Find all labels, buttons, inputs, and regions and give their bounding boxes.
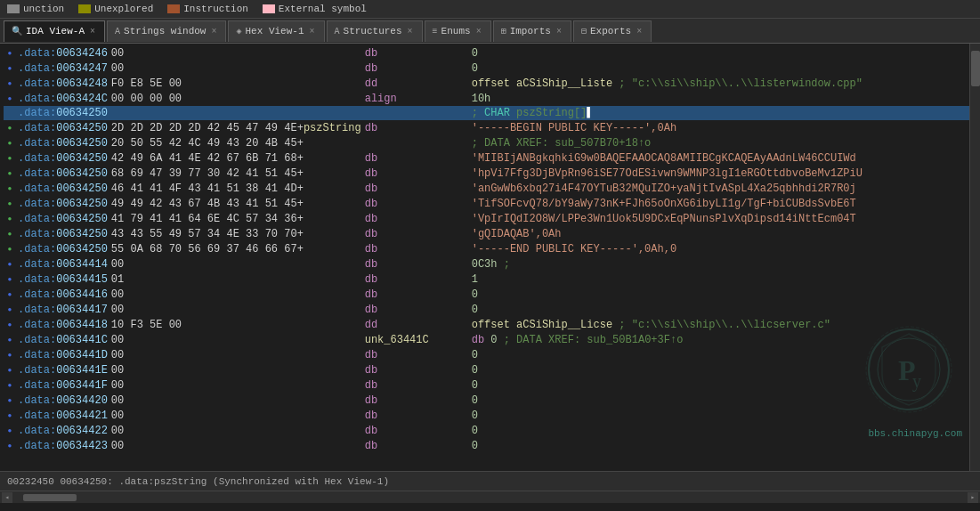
table-row: ● .data:00634418 10 F3 5E 00 dd offset a… [4, 317, 980, 332]
legend-instruction: Instruction [167, 4, 248, 14]
table-row: ● .data:00634250 2D 2D 2D 2D 2D 42 45 47… [4, 120, 980, 135]
table-row: ● .data:0063441D 00 db 0 [4, 347, 980, 362]
tab-strings-window[interactable]: A Strings window × [107, 20, 226, 42]
table-row: ● .data:0063441E 00 db 0 [4, 362, 980, 377]
legend-instruction-color [167, 4, 180, 13]
tab-ida-view-a[interactable]: 🔍 IDA View-A × [4, 20, 105, 42]
code-table: ● .data:00634246 00 db 0 ● .data:0063424… [4, 45, 980, 453]
tab-hex-close[interactable]: × [308, 27, 317, 36]
row-dot: ● [4, 45, 16, 61]
tab-imports-close[interactable]: × [555, 27, 563, 36]
legend-unexplored-label: Unexplored [94, 4, 153, 14]
table-row: ● .data:00634423 00 db 0 [4, 438, 980, 453]
tab-imports-label: Imports [510, 26, 551, 36]
table-row: ● .data:00634250 46 41 41 4F 43 41 51 38… [4, 181, 980, 196]
row-seg: .data:00634246 [16, 45, 109, 61]
table-row: ● .data:00634250 43 43 55 49 57 34 4E 33… [4, 226, 980, 241]
table-row: ● .data:0063441C 00 unk_63441C db 0 ; DA… [4, 332, 980, 347]
row-bytes: 00 [109, 45, 363, 61]
tab-exports[interactable]: ⊟ Exports × [573, 20, 652, 42]
tab-ida-close[interactable]: × [88, 27, 97, 36]
table-row: .data:00634250 ; CHAR pszString[]▌ [4, 106, 980, 120]
tab-ida-icon: 🔍 [12, 26, 22, 36]
table-row: ● .data:00634422 00 db 0 [4, 423, 980, 438]
hscroll-left-button[interactable]: ◂ [2, 492, 12, 503]
legend-function: unction [7, 4, 64, 14]
tab-exports-close[interactable]: × [635, 27, 644, 36]
tab-enums-icon: ≡ [433, 27, 438, 36]
legend-external-symbol-color [263, 4, 275, 13]
table-row: ● .data:00634415 01 db 1 [4, 272, 980, 287]
tab-imports[interactable]: ⊞ Imports × [493, 20, 571, 42]
tab-strings-close[interactable]: × [209, 27, 218, 36]
table-row: ● .data:0063441F 00 db 0 [4, 377, 980, 393]
table-row: ● .data:00634247 00 db 0 [4, 61, 980, 76]
table-row: ● .data:00634417 00 db 0 [4, 302, 980, 317]
tab-strings-label: Strings window [124, 26, 206, 36]
tab-enums-label: Enums [441, 26, 471, 36]
scrollbar-thumb[interactable] [971, 51, 980, 86]
main-content: ● .data:00634246 00 db 0 ● .data:0063424… [0, 44, 980, 471]
legend-bar: unction Unexplored Instruction External … [0, 0, 980, 19]
status-text: 00232450 00634250: .data:pszString (Sync… [7, 476, 389, 487]
horizontal-scrollbar[interactable]: ◂ ▸ [0, 491, 980, 503]
tab-structures-label: Structures [344, 26, 402, 36]
tab-exports-icon: ⊟ [581, 26, 587, 36]
row-op: db [363, 45, 470, 61]
hscroll-right-button[interactable]: ▸ [968, 492, 978, 503]
tab-structures-icon: A [335, 27, 340, 36]
tab-hex-view[interactable]: ◈ Hex View-1 × [228, 20, 324, 42]
table-row: ● .data:00634250 68 69 47 39 77 30 42 41… [4, 166, 980, 181]
legend-external-symbol-label: External symbol [279, 4, 367, 14]
table-row: ● .data:00634421 00 db 0 [4, 408, 980, 423]
table-row: ● .data:00634246 00 db 0 [4, 45, 980, 61]
code-view[interactable]: ● .data:00634246 00 db 0 ● .data:0063424… [0, 44, 980, 471]
tab-strings-icon: A [115, 27, 120, 36]
legend-unexplored-color [78, 4, 91, 13]
table-row: ● .data:00634414 00 db 0C3h ; [4, 256, 980, 272]
table-row: ● .data:00634248 F0 E8 5E 00 dd offset a… [4, 76, 980, 91]
table-row: ● .data:00634250 49 49 42 43 67 4B 43 41… [4, 196, 980, 211]
tab-hex-label: Hex View-1 [246, 26, 304, 36]
tab-imports-icon: ⊞ [501, 26, 506, 36]
legend-unexplored: Unexplored [78, 4, 153, 14]
tab-enums[interactable]: ≡ Enums × [425, 20, 491, 42]
legend-function-label: unction [23, 4, 64, 14]
table-row: ● .data:00634250 55 0A 68 70 56 69 37 46… [4, 241, 980, 256]
bbs-watermark-text: bbs.chinapyg.com [868, 428, 962, 439]
table-row: ● .data:00634250 20 50 55 42 4C 49 43 20… [4, 135, 980, 150]
table-row: ● .data:00634250 42 49 6A 41 4E 42 67 6B… [4, 150, 980, 166]
vertical-scrollbar[interactable] [969, 44, 980, 471]
tab-structures[interactable]: A Structures × [327, 20, 423, 42]
tab-ida-label: IDA View-A [26, 26, 85, 36]
tab-exports-label: Exports [590, 26, 631, 36]
table-row: ● .data:0063424C 00 00 00 00 align 10h [4, 91, 980, 106]
tab-hex-icon: ◈ [236, 26, 241, 36]
row-val: 0 [470, 45, 980, 61]
tab-bar: 🔍 IDA View-A × A Strings window × ◈ Hex … [0, 19, 980, 44]
table-row: ● .data:00634416 00 db 0 [4, 287, 980, 302]
legend-external-symbol: External symbol [263, 4, 367, 14]
hscroll-thumb[interactable] [23, 494, 77, 501]
tab-enums-close[interactable]: × [474, 27, 483, 36]
legend-instruction-label: Instruction [183, 4, 248, 14]
legend-function-color [7, 4, 20, 13]
tab-structures-close[interactable]: × [406, 27, 415, 36]
hscroll-track[interactable] [14, 494, 966, 501]
table-row: ● .data:00634250 41 79 41 41 64 6E 4C 57… [4, 211, 980, 226]
status-bar: 00232450 00634250: .data:pszString (Sync… [0, 471, 980, 491]
table-row: ● .data:00634420 00 db 0 [4, 393, 980, 408]
